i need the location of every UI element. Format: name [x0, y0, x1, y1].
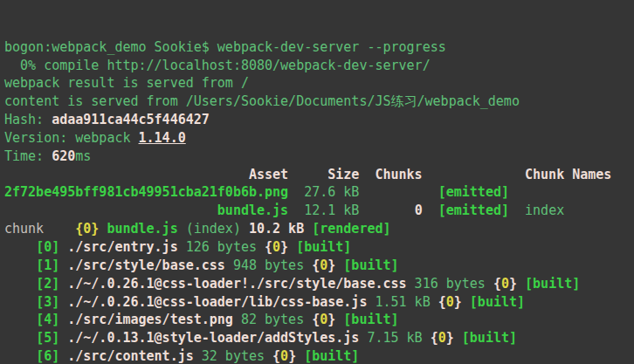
text-segment: 0 — [280, 348, 288, 364]
text-segment: { — [312, 312, 320, 327]
text-segment: [built] — [462, 330, 517, 346]
text-segment: { — [272, 348, 280, 364]
text-segment: Time: — [4, 148, 52, 164]
text-segment: 0% compile http://localhost:8080/webpack… — [4, 58, 431, 73]
text-segment — [59, 239, 67, 255]
text-segment — [4, 239, 36, 255]
text-segment: } — [509, 276, 517, 292]
terminal-line: webpack result is served from / — [4, 74, 634, 93]
text-segment: content is served from /Users/Sookie/Doc… — [4, 93, 520, 109]
text-segment: 1.51 kB — [367, 294, 438, 310]
text-segment: 27.6 kB — [288, 184, 359, 200]
text-segment: webpack result is served from / — [4, 75, 249, 91]
text-segment: [built] — [343, 258, 398, 273]
text-segment: } — [327, 312, 335, 327]
text-segment: 1.14.0 — [139, 130, 186, 146]
text-segment: { — [493, 276, 501, 292]
terminal-line: [1] ./src/style/base.css 948 bytes {0} [… — [4, 257, 634, 275]
text-segment: [5] — [36, 330, 59, 346]
text-segment: 620 — [52, 148, 75, 164]
text-segment — [359, 203, 414, 218]
terminal-line: [2] ./~/.0.26.1@css-loader!./src/style/b… — [4, 275, 634, 293]
terminal-line: [0] ./src/entry.js 126 bytes {0} [built] — [4, 238, 634, 257]
text-segment: 0 — [415, 203, 423, 218]
text-segment — [462, 294, 470, 310]
text-segment: 0 — [320, 258, 327, 273]
text-segment: } — [454, 294, 462, 310]
text-segment: 0 — [446, 294, 454, 310]
text-segment: 126 bytes — [178, 239, 265, 255]
text-segment — [517, 276, 525, 292]
text-segment — [4, 294, 36, 310]
terminal-line: content is served from /Users/Sookie/Doc… — [4, 93, 634, 111]
text-segment: 948 bytes — [225, 258, 312, 273]
text-segment: Asset Size Chunks Chunk Names — [4, 167, 611, 182]
text-segment: ./~/.0.26.1@css-loader!./src/style/base.… — [67, 276, 406, 292]
text-segment — [296, 348, 304, 364]
text-segment — [59, 330, 67, 346]
text-segment: [2] — [36, 276, 59, 292]
text-segment: [4] — [36, 312, 59, 327]
terminal-line: bogon:webpack_demo Sookie$ webpack-dev-s… — [4, 38, 634, 57]
text-segment: bogon:webpack_demo Sookie$ webpack-dev-s… — [4, 39, 446, 55]
text-segment — [59, 294, 67, 310]
terminal-line: Asset Size Chunks Chunk Names — [4, 166, 634, 184]
text-segment — [4, 258, 36, 273]
text-segment: [rendered] — [312, 221, 390, 237]
text-segment: 316 bytes — [407, 276, 493, 292]
text-segment — [335, 312, 343, 327]
text-segment — [335, 258, 343, 273]
terminal-line: 0% compile http://localhost:8080/webpack… — [4, 57, 634, 75]
terminal-line: 2f72be495bff981cb49951cba21f0b6b.png 27.… — [4, 183, 634, 202]
text-segment — [359, 184, 438, 200]
text-segment — [4, 330, 36, 346]
text-segment: { — [312, 258, 320, 273]
text-segment: 0 — [272, 239, 280, 255]
text-segment — [4, 276, 36, 292]
terminal-line: Version: webpack 1.14.0 — [4, 129, 634, 148]
text-segment: [built] — [525, 276, 580, 292]
text-segment: [emitted] — [438, 184, 509, 200]
text-segment: [1] — [36, 258, 59, 273]
terminal-line: Hash: adaa911ca44c5f446427 — [4, 111, 634, 129]
text-segment: ./src/style/base.css — [67, 258, 225, 273]
text-segment: ./~/.0.13.1@style-loader/addStyles.js — [67, 330, 359, 346]
terminal-line: [6] ./src/content.js 32 bytes {0} [built… — [4, 347, 634, 364]
text-segment: ./~/.0.26.1@css-loader/lib/css-base.js — [67, 294, 367, 310]
text-segment: adaa911ca44c5f446427 — [52, 112, 210, 127]
terminal-line: bundle.js 12.1 kB 0 [emitted] index — [4, 202, 634, 220]
text-segment: { — [431, 330, 438, 346]
text-segment: } — [280, 239, 288, 255]
terminal-window[interactable]: bogon:webpack_demo Sookie$ webpack-dev-s… — [0, 0, 634, 364]
text-segment: ./src/entry.js — [67, 239, 177, 255]
text-segment: bundle.js — [217, 203, 288, 218]
text-segment: } — [327, 258, 335, 273]
text-segment: bundle.js — [107, 221, 177, 237]
terminal-line: [4] ./src/images/test.png 82 bytes {0} [… — [4, 311, 634, 329]
terminal-output: bogon:webpack_demo Sookie$ webpack-dev-s… — [4, 38, 634, 364]
text-segment — [288, 239, 296, 255]
text-segment — [59, 258, 67, 273]
text-segment: { — [438, 294, 446, 310]
text-segment: 10.2 kB — [249, 221, 304, 237]
text-segment: 7.15 kB — [359, 330, 430, 346]
text-segment: ./src/images/test.png — [67, 312, 233, 327]
text-segment: [6] — [36, 348, 59, 364]
text-segment: [emitted] — [438, 203, 509, 218]
text-segment: 0 — [501, 276, 509, 292]
text-segment — [59, 348, 67, 364]
text-segment: {0} — [75, 221, 99, 237]
text-segment: [built] — [343, 312, 398, 327]
text-segment: [0] — [36, 239, 59, 255]
text-segment: 12.1 kB — [288, 203, 359, 218]
text-segment: [built] — [304, 348, 359, 364]
text-segment — [423, 203, 438, 218]
text-segment — [4, 203, 217, 218]
text-segment: { — [265, 239, 272, 255]
text-segment: ms — [75, 148, 91, 164]
text-segment: ./src/content.js — [67, 348, 194, 364]
text-segment: 0 — [438, 330, 446, 346]
text-segment: Hash: — [4, 112, 52, 127]
text-segment: 82 bytes — [233, 312, 312, 327]
text-segment: chunk — [4, 221, 75, 237]
